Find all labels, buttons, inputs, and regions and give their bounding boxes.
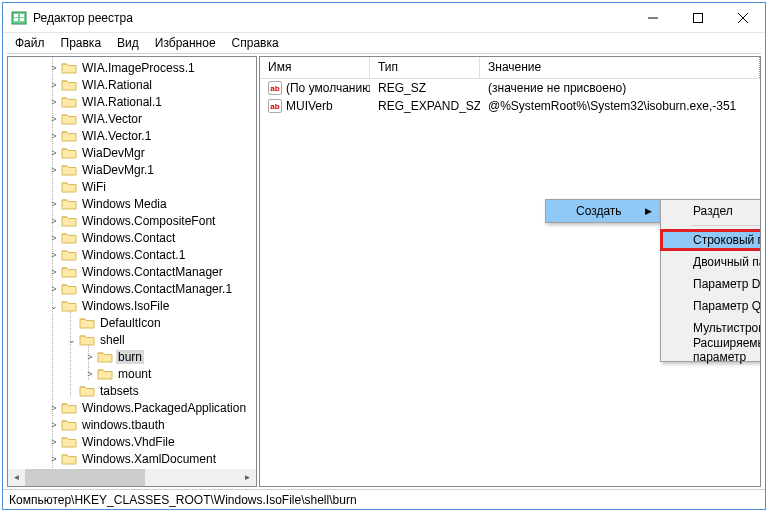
- tree-item[interactable]: WiFi: [8, 178, 256, 195]
- chevron-right-icon[interactable]: >: [48, 148, 60, 158]
- tree-pane[interactable]: >WIA.ImageProcess.1>WIA.Rational>WIA.Rat…: [7, 56, 257, 487]
- tree-item[interactable]: >WIA.Rational: [8, 76, 256, 93]
- tree-item[interactable]: >burn: [8, 348, 256, 365]
- menu-edit[interactable]: Правка: [55, 34, 108, 52]
- tree-item[interactable]: >windows.tbauth: [8, 416, 256, 433]
- chevron-right-icon[interactable]: >: [48, 267, 60, 277]
- menubar: Файл Правка Вид Избранное Справка: [3, 33, 765, 53]
- chevron-right-icon[interactable]: >: [48, 420, 60, 430]
- context-item-create[interactable]: Создать ▶: [546, 200, 660, 222]
- value-row[interactable]: ab(По умолчанию)REG_SZ(значение не присв…: [260, 79, 760, 97]
- tree-item-label: Windows.ContactManager.1: [80, 282, 234, 296]
- tree-item-label: WiaDevMgr.1: [80, 163, 156, 177]
- submenu-item[interactable]: Параметр QWORD (64 бита): [661, 295, 761, 317]
- chevron-right-icon[interactable]: >: [84, 352, 96, 362]
- value-type: REG_EXPAND_SZ: [370, 99, 480, 113]
- tree-item[interactable]: >Windows.XamlDocument: [8, 450, 256, 467]
- folder-icon: [61, 180, 77, 194]
- maximize-button[interactable]: [675, 3, 720, 32]
- tree-item[interactable]: DefaultIcon: [8, 314, 256, 331]
- titlebar[interactable]: Редактор реестра: [3, 3, 765, 33]
- tree-item-label: Windows.CompositeFont: [80, 214, 217, 228]
- chevron-down-icon[interactable]: ⌄: [48, 301, 60, 311]
- tree[interactable]: >WIA.ImageProcess.1>WIA.Rational>WIA.Rat…: [8, 57, 256, 469]
- chevron-right-icon[interactable]: >: [48, 403, 60, 413]
- submenu-item[interactable]: Двоичный параметр: [661, 251, 761, 273]
- submenu-item[interactable]: Раздел: [661, 200, 761, 222]
- minimize-button[interactable]: [630, 3, 675, 32]
- chevron-right-icon[interactable]: >: [48, 114, 60, 124]
- scroll-right-icon[interactable]: ►: [239, 469, 256, 486]
- folder-icon: [79, 384, 95, 398]
- list-body[interactable]: ab(По умолчанию)REG_SZ(значение не присв…: [260, 79, 760, 115]
- tree-item[interactable]: ⌄Windows.IsoFile: [8, 297, 256, 314]
- menu-favorites[interactable]: Избранное: [149, 34, 222, 52]
- chevron-right-icon[interactable]: >: [48, 437, 60, 447]
- tree-item[interactable]: >WiaDevMgr.1: [8, 161, 256, 178]
- chevron-down-icon[interactable]: ⌄: [66, 335, 78, 345]
- folder-icon: [61, 248, 77, 262]
- chevron-right-icon[interactable]: >: [48, 165, 60, 175]
- tree-hscrollbar[interactable]: ◄ ►: [8, 469, 256, 486]
- tree-item-label: WIA.Rational: [80, 78, 154, 92]
- chevron-right-icon[interactable]: >: [48, 131, 60, 141]
- folder-icon: [61, 197, 77, 211]
- tree-item[interactable]: >Windows.CompositeFont: [8, 212, 256, 229]
- chevron-right-icon[interactable]: >: [48, 233, 60, 243]
- scroll-left-icon[interactable]: ◄: [8, 469, 25, 486]
- chevron-right-icon[interactable]: >: [48, 454, 60, 464]
- tree-item[interactable]: >WIA.Vector.1: [8, 127, 256, 144]
- tree-item-label: Windows.IsoFile: [80, 299, 171, 313]
- menu-file[interactable]: Файл: [9, 34, 51, 52]
- scroll-thumb[interactable]: [25, 469, 145, 486]
- tree-item-label: mount: [116, 367, 153, 381]
- folder-icon: [61, 78, 77, 92]
- chevron-right-icon[interactable]: >: [48, 63, 60, 73]
- submenu-item[interactable]: Строковый параметр: [661, 229, 761, 251]
- tree-item[interactable]: tabsets: [8, 382, 256, 399]
- folder-icon: [61, 282, 77, 296]
- tree-item[interactable]: >WiaDevMgr: [8, 144, 256, 161]
- tree-item[interactable]: >Windows.ContactManager: [8, 263, 256, 280]
- value-type: REG_SZ: [370, 81, 480, 95]
- tree-item[interactable]: >Windows.Contact: [8, 229, 256, 246]
- tree-item[interactable]: >Windows.Contact.1: [8, 246, 256, 263]
- chevron-right-icon[interactable]: >: [48, 216, 60, 226]
- list-pane[interactable]: Имя Тип Значение ab(По умолчанию)REG_SZ(…: [259, 56, 761, 487]
- tree-item-label: Windows Media: [80, 197, 169, 211]
- col-type[interactable]: Тип: [370, 57, 480, 78]
- chevron-right-icon[interactable]: >: [48, 80, 60, 90]
- tree-item[interactable]: >WIA.Vector: [8, 110, 256, 127]
- tree-item[interactable]: >WIA.ImageProcess.1: [8, 59, 256, 76]
- menu-help[interactable]: Справка: [226, 34, 285, 52]
- tree-item-label: DefaultIcon: [98, 316, 163, 330]
- col-value[interactable]: Значение: [480, 57, 760, 78]
- submenu-arrow-icon: ▶: [645, 206, 652, 216]
- tree-item[interactable]: >mount: [8, 365, 256, 382]
- chevron-right-icon[interactable]: >: [84, 369, 96, 379]
- folder-icon: [97, 350, 113, 364]
- submenu-item[interactable]: Расширяемый строковый параметр: [661, 339, 761, 361]
- tree-item-label: WIA.Vector.1: [80, 129, 153, 143]
- value-row[interactable]: abMUIVerbREG_EXPAND_SZ@%SystemRoot%\Syst…: [260, 97, 760, 115]
- chevron-right-icon[interactable]: >: [48, 250, 60, 260]
- tree-item[interactable]: ⌄shell: [8, 331, 256, 348]
- chevron-right-icon[interactable]: >: [48, 199, 60, 209]
- chevron-right-icon[interactable]: >: [48, 97, 60, 107]
- tree-item-label: Windows.ContactManager: [80, 265, 225, 279]
- tree-item[interactable]: >WIA.Rational.1: [8, 93, 256, 110]
- context-item-label: Создать: [576, 204, 622, 218]
- tree-item[interactable]: >Windows Media: [8, 195, 256, 212]
- menu-view[interactable]: Вид: [111, 34, 145, 52]
- submenu-item[interactable]: Параметр DWORD (32 бита): [661, 273, 761, 295]
- tree-item[interactable]: >Windows.VhdFile: [8, 433, 256, 450]
- folder-icon: [79, 316, 95, 330]
- close-button[interactable]: [720, 3, 765, 32]
- col-name[interactable]: Имя: [260, 57, 370, 78]
- chevron-right-icon[interactable]: >: [48, 284, 60, 294]
- window: Редактор реестра Файл Правка Вид Избранн…: [2, 2, 766, 510]
- tree-item-label: WIA.Vector: [80, 112, 144, 126]
- tree-item[interactable]: >Windows.ContactManager.1: [8, 280, 256, 297]
- tree-item[interactable]: >Windows.PackagedApplication: [8, 399, 256, 416]
- status-text: Компьютер\HKEY_CLASSES_ROOT\Windows.IsoF…: [9, 493, 357, 507]
